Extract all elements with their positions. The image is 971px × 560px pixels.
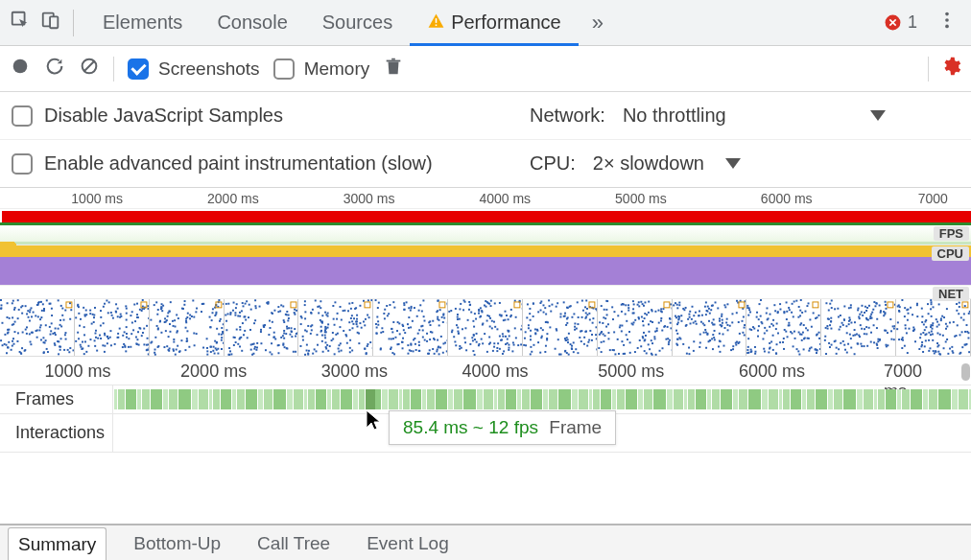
filmstrip-thumb[interactable] bbox=[149, 299, 225, 356]
frame-segment[interactable] bbox=[652, 389, 666, 409]
frame-segment[interactable] bbox=[790, 389, 801, 409]
checkbox-icon[interactable] bbox=[12, 105, 33, 127]
frame-segment[interactable] bbox=[178, 389, 191, 409]
tab-elements[interactable]: Elements bbox=[85, 0, 200, 45]
frame-segment[interactable] bbox=[220, 389, 231, 409]
frame-segment[interactable] bbox=[928, 389, 937, 409]
tab-summary[interactable]: Summary bbox=[8, 527, 107, 560]
frame-segment[interactable] bbox=[937, 389, 951, 409]
frame-segment[interactable] bbox=[625, 389, 637, 409]
frame-segment-hovered[interactable] bbox=[365, 389, 375, 409]
filmstrip-thumb[interactable] bbox=[297, 299, 373, 356]
frame-segment[interactable] bbox=[530, 389, 542, 409]
filmstrip-thumb[interactable] bbox=[447, 299, 523, 356]
frame-segment[interactable] bbox=[198, 389, 208, 409]
filmstrip-thumb[interactable] bbox=[672, 299, 747, 356]
frame-segment[interactable] bbox=[815, 389, 827, 409]
frame-segment[interactable] bbox=[768, 389, 778, 409]
kebab-menu-icon[interactable] bbox=[931, 10, 963, 35]
record-icon[interactable] bbox=[10, 56, 31, 82]
frame-segment[interactable] bbox=[117, 389, 125, 409]
frame-segment[interactable] bbox=[272, 389, 286, 409]
frame-segment[interactable] bbox=[592, 389, 600, 409]
frame-segment[interactable] bbox=[643, 389, 652, 409]
frame-segment[interactable] bbox=[307, 389, 315, 409]
frame-segment[interactable] bbox=[600, 389, 611, 409]
error-badge[interactable]: 1 bbox=[884, 12, 917, 33]
frame-segment[interactable] bbox=[263, 389, 272, 409]
frame-segment[interactable] bbox=[548, 389, 557, 409]
frame-segment[interactable] bbox=[340, 389, 352, 409]
scrollbar-handle[interactable] bbox=[961, 363, 970, 381]
frame-segment[interactable] bbox=[293, 389, 303, 409]
frame-segment[interactable] bbox=[578, 389, 588, 409]
frame-segment[interactable] bbox=[958, 389, 968, 409]
cpu-throttle-dropdown[interactable]: 2× slowdown bbox=[593, 152, 741, 175]
filmstrip-thumb[interactable] bbox=[820, 299, 896, 356]
settings-gear-icon[interactable] bbox=[940, 56, 961, 82]
frame-segment[interactable] bbox=[951, 389, 958, 409]
frame-segment[interactable] bbox=[782, 389, 790, 409]
frame-segment[interactable] bbox=[842, 389, 856, 409]
frame-segment[interactable] bbox=[901, 389, 910, 409]
filmstrip-thumb[interactable] bbox=[895, 299, 971, 356]
frame-segment[interactable] bbox=[331, 389, 340, 409]
frame-segment[interactable] bbox=[410, 389, 421, 409]
frame-segment[interactable] bbox=[453, 389, 462, 409]
frame-segment[interactable] bbox=[885, 389, 896, 409]
overview-pane[interactable]: 1000 ms 2000 ms 3000 ms 4000 ms 5000 ms … bbox=[0, 188, 971, 299]
frame-segment[interactable] bbox=[381, 389, 388, 409]
tab-call-tree[interactable]: Call Tree bbox=[248, 527, 340, 560]
frame-segment[interactable] bbox=[125, 389, 136, 409]
filmstrip-thumb[interactable] bbox=[522, 299, 598, 356]
frame-segment[interactable] bbox=[286, 389, 293, 409]
clear-icon[interactable] bbox=[79, 56, 100, 82]
frame-segment[interactable] bbox=[571, 389, 578, 409]
frame-segment[interactable] bbox=[687, 389, 695, 409]
frame-segment[interactable] bbox=[738, 389, 747, 409]
frame-segment[interactable] bbox=[856, 389, 863, 409]
frame-segment[interactable] bbox=[426, 389, 435, 409]
filmstrip-thumb[interactable] bbox=[74, 299, 150, 356]
frame-segment[interactable] bbox=[521, 389, 530, 409]
frame-segment[interactable] bbox=[761, 389, 768, 409]
main-timeline-ruler[interactable]: 1000 ms 2000 ms 3000 ms 4000 ms 5000 ms … bbox=[0, 357, 971, 385]
filmstrip-thumb[interactable] bbox=[224, 299, 299, 356]
frame-segment[interactable] bbox=[402, 389, 410, 409]
filmstrip-thumb[interactable] bbox=[372, 299, 448, 356]
tab-console[interactable]: Console bbox=[200, 0, 304, 45]
frame-segment[interactable] bbox=[720, 389, 732, 409]
device-toolbar-icon[interactable] bbox=[40, 10, 61, 35]
screenshot-filmstrip[interactable] bbox=[0, 299, 971, 357]
filmstrip-thumb[interactable] bbox=[746, 299, 821, 356]
frame-segment[interactable] bbox=[236, 389, 245, 409]
frame-segment[interactable] bbox=[315, 389, 326, 409]
frame-segment[interactable] bbox=[141, 389, 150, 409]
inspect-element-icon[interactable] bbox=[10, 10, 31, 35]
frame-segment[interactable] bbox=[476, 389, 483, 409]
frame-segment[interactable] bbox=[616, 389, 625, 409]
frame-segment[interactable] bbox=[212, 389, 220, 409]
reload-icon[interactable] bbox=[44, 56, 65, 82]
frame-segment[interactable] bbox=[150, 389, 162, 409]
frame-segment[interactable] bbox=[863, 389, 873, 409]
memory-toggle[interactable]: Memory bbox=[273, 58, 370, 80]
frame-segment[interactable] bbox=[497, 389, 505, 409]
frame-segment[interactable] bbox=[666, 389, 673, 409]
frame-segment[interactable] bbox=[695, 389, 706, 409]
trash-icon[interactable] bbox=[383, 56, 404, 82]
checkbox-icon[interactable] bbox=[12, 153, 33, 175]
frame-segment[interactable] bbox=[168, 389, 178, 409]
frame-segment[interactable] bbox=[245, 389, 257, 409]
frame-segment[interactable] bbox=[806, 389, 815, 409]
frame-segment[interactable] bbox=[505, 389, 516, 409]
interactions-lane[interactable]: Interactions 85.4 ms ~ 12 fps Frame bbox=[0, 414, 971, 453]
frame-segment[interactable] bbox=[673, 389, 683, 409]
tab-sources[interactable]: Sources bbox=[305, 0, 410, 45]
tab-bottom-up[interactable]: Bottom-Up bbox=[124, 527, 230, 560]
frame-segment[interactable] bbox=[711, 389, 720, 409]
frame-segment[interactable] bbox=[191, 389, 198, 409]
frame-segment[interactable] bbox=[435, 389, 447, 409]
tab-event-log[interactable]: Event Log bbox=[357, 527, 459, 560]
frame-segment[interactable] bbox=[747, 389, 761, 409]
